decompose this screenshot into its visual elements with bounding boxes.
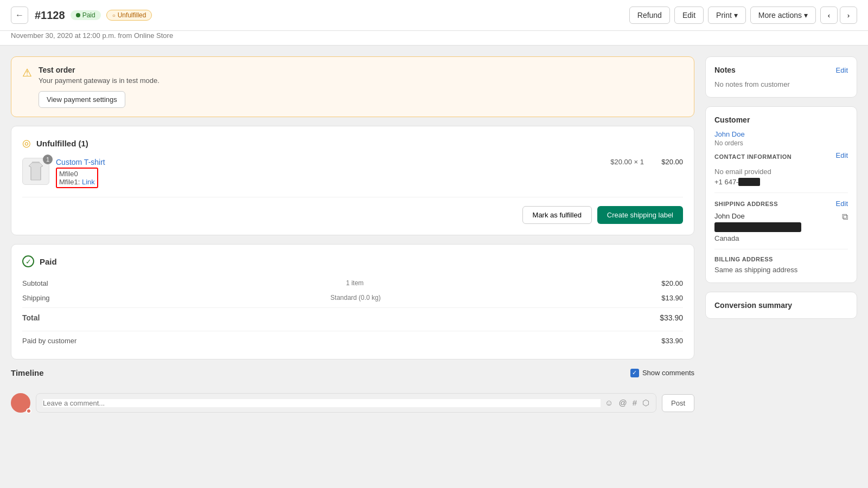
product-name-link[interactable]: Custom T-shirt	[56, 158, 105, 166]
emoji-icon[interactable]: ☺	[605, 398, 613, 408]
order-title-group: #1128 Paid Unfulfilled	[35, 9, 152, 22]
billing-same-as-shipping: Same as shipping address	[714, 266, 848, 274]
customer-name-link[interactable]: John Doe	[714, 130, 745, 138]
shipping-amount: $13.90	[661, 294, 683, 302]
conversion-summary-title: Conversion summary	[714, 301, 848, 310]
shipping-country: Canada	[714, 234, 801, 242]
paid-badge: Paid	[71, 10, 101, 20]
unfulfilled-icon: ◎	[22, 137, 31, 149]
product-quantity-badge: 1	[43, 155, 53, 164]
next-order-button[interactable]: ›	[840, 7, 857, 24]
total-row: Total $33.90	[22, 307, 683, 325]
shipping-label: Shipping	[22, 294, 50, 302]
customer-card: Customer John Doe No orders CONTACT INFO…	[705, 106, 857, 283]
print-button[interactable]: Print ▾	[708, 7, 746, 24]
contact-info-label: CONTACT INFORMATION	[714, 153, 792, 160]
shipping-address-redacted	[714, 222, 801, 232]
warning-title: Test order	[39, 66, 159, 74]
content-area: ⚠ Test order Your payment gateway is in …	[0, 46, 868, 423]
phone-info: +1 647-●●●●●	[714, 178, 848, 186]
notes-header: Notes Edit	[714, 66, 848, 74]
main-column: ⚠ Test order Your payment gateway is in …	[11, 56, 694, 413]
header-actions: Refund Edit Print ▾ More actions ▾ ‹ ›	[629, 7, 857, 24]
create-shipping-label-button[interactable]: Create shipping label	[597, 206, 683, 224]
copy-address-icon[interactable]: ⧉	[842, 212, 848, 222]
product-details: Custom T-shirt Mfile0 Mfile1: Link	[56, 158, 604, 188]
product-mfile1: Mfile1: Link	[59, 178, 95, 186]
view-payment-settings-button[interactable]: View payment settings	[39, 91, 125, 108]
paid-title: Paid	[40, 257, 57, 266]
comment-input-row: ☺ @ # ⬡ Post	[11, 393, 694, 413]
unfulfilled-card: ◎ Unfulfilled (1) 1 C	[11, 126, 694, 235]
refund-button[interactable]: Refund	[629, 7, 670, 24]
payment-table: Subtotal 1 item $20.00 Shipping Standard…	[22, 276, 683, 348]
show-comments-label[interactable]: ✓ Show comments	[630, 369, 694, 377]
notes-card: Notes Edit No notes from customer	[705, 56, 857, 98]
prev-order-button[interactable]: ‹	[820, 7, 838, 24]
paid-section-header: ✓ Paid	[22, 255, 683, 267]
total-amount: $33.90	[660, 313, 683, 322]
warning-banner: ⚠ Test order Your payment gateway is in …	[11, 56, 694, 117]
warning-icon: ⚠	[22, 66, 32, 79]
customer-header: Customer	[714, 115, 848, 124]
subtotal-qty: 1 item	[346, 279, 364, 287]
shipping-row: Shipping Standard (0.0 kg) $13.90	[22, 291, 683, 305]
unfulfilled-badge: Unfulfilled	[106, 10, 152, 21]
product-mfile1-link[interactable]: Link	[82, 178, 95, 186]
warning-description: Your payment gateway is in test mode.	[39, 76, 159, 85]
customer-title: Customer	[714, 115, 750, 124]
no-email-text: No email provided	[714, 168, 848, 176]
shipping-address-row: John Doe Canada ⧉	[714, 212, 848, 242]
unfulfilled-title: Unfulfilled (1)	[36, 139, 88, 148]
billing-address-label: BILLING ADDRESS	[714, 256, 848, 262]
subtotal-row: Subtotal 1 item $20.00	[22, 276, 683, 291]
product-total: $20.00	[650, 158, 683, 166]
edit-button[interactable]: Edit	[674, 7, 704, 24]
product-meta-highlight: Mfile0 Mfile1: Link	[56, 168, 98, 188]
subtotal-label: Subtotal	[22, 279, 48, 287]
product-image-wrap: 1	[22, 158, 49, 185]
more-actions-chevron-icon: ▾	[804, 11, 808, 20]
notes-edit-link[interactable]: Edit	[836, 66, 848, 74]
paid-by-customer-row: Paid by customer $33.90	[22, 331, 683, 348]
mention-icon[interactable]: @	[618, 398, 627, 408]
fulfillment-actions: Mark as fulfilled Create shipping label	[22, 197, 683, 224]
comment-input-wrap: ☺ @ # ⬡	[36, 393, 656, 413]
timeline-title: Timeline	[11, 368, 44, 377]
product-meta: Mfile0 Mfile1: Link	[56, 168, 604, 188]
side-column: Notes Edit No notes from customer Custom…	[705, 56, 857, 413]
product-mfile0: Mfile0	[59, 170, 95, 178]
shipping-edit-link[interactable]: Edit	[836, 200, 848, 208]
order-number: #1128	[35, 9, 65, 22]
user-avatar	[11, 393, 30, 413]
post-comment-button[interactable]: Post	[662, 394, 694, 412]
comment-icons: ☺ @ # ⬡	[605, 398, 649, 408]
comment-input[interactable]	[43, 399, 601, 407]
shipping-address-label: SHIPPING ADDRESS	[714, 201, 778, 207]
phone-redacted: ●●●●●	[738, 178, 760, 186]
conversion-summary-card: Conversion summary	[705, 292, 857, 319]
hashtag-icon[interactable]: #	[633, 398, 637, 408]
avatar-status-dot	[26, 408, 31, 414]
print-chevron-icon: ▾	[734, 11, 738, 20]
shipping-name: John Doe	[714, 212, 801, 220]
product-price: $20.00 × 1	[610, 158, 644, 166]
paid-card: ✓ Paid Subtotal 1 item $20.00 Shipping S…	[11, 244, 694, 359]
shipping-address-content: John Doe Canada	[714, 212, 801, 242]
warning-content: Test order Your payment gateway is in te…	[39, 66, 159, 108]
shipping-method: Standard (0.0 kg)	[330, 294, 381, 302]
show-comments-checkbox[interactable]: ✓	[630, 369, 639, 377]
paid-check-icon: ✓	[22, 255, 34, 267]
order-subtitle: November 30, 2020 at 12:00 p.m. from Onl…	[11, 31, 173, 44]
more-actions-button[interactable]: More actions ▾	[750, 7, 816, 24]
paid-by-customer-label: Paid by customer	[22, 337, 76, 345]
order-header: ← #1128 Paid Unfulfilled Refund Edit Pri…	[0, 0, 868, 31]
total-label: Total	[22, 313, 40, 322]
back-button[interactable]: ←	[11, 7, 28, 24]
contact-edit-link[interactable]: Edit	[836, 151, 848, 159]
timeline-header: Timeline ✓ Show comments	[11, 368, 694, 377]
notes-title: Notes	[714, 66, 736, 74]
attachment-icon[interactable]: ⬡	[642, 398, 649, 408]
mark-as-fulfilled-button[interactable]: Mark as fulfilled	[522, 206, 592, 224]
unfulfilled-section-header: ◎ Unfulfilled (1)	[22, 137, 683, 149]
